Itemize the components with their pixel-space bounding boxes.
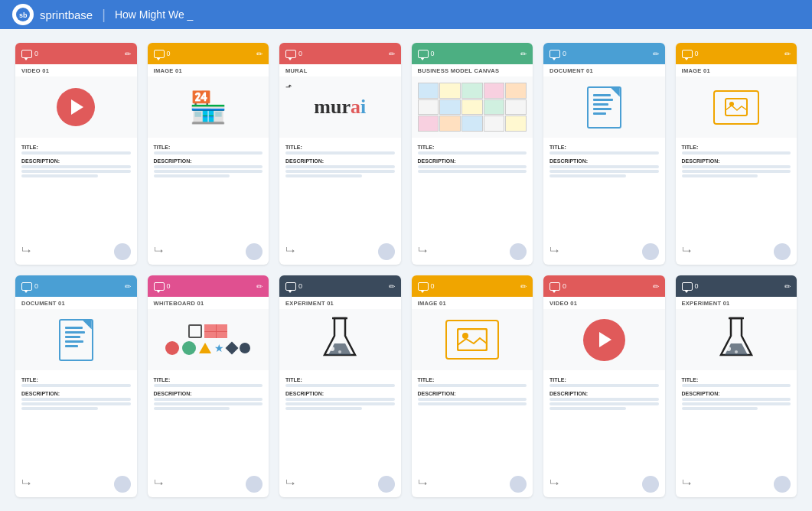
- share-icon[interactable]: ⮡: [21, 479, 31, 490]
- avatar: [510, 243, 527, 260]
- card-body: TITLE: DESCRIPTION:: [279, 370, 401, 473]
- title-label: TITLE:: [682, 145, 791, 150]
- comment-area[interactable]: 0: [285, 282, 302, 291]
- bmc-cell: [484, 99, 505, 116]
- play-button[interactable]: [583, 319, 625, 361]
- document-icon: [59, 319, 93, 361]
- edit-icon[interactable]: ✏: [256, 50, 263, 58]
- comment-bubble-icon: [285, 282, 296, 291]
- card-footer: ⮡: [676, 473, 797, 497]
- share-icon[interactable]: ⮡: [21, 246, 31, 257]
- desc-label: DESCRIPTION:: [21, 158, 131, 164]
- comment-bubble-icon: [21, 282, 32, 291]
- comment-area[interactable]: 0: [154, 50, 171, 58]
- edit-icon[interactable]: ✏: [784, 50, 791, 58]
- wb-bottom-shapes: ★: [165, 341, 250, 355]
- comment-count: 0: [167, 282, 171, 290]
- title-field: [418, 151, 527, 155]
- desc-field-3: [549, 174, 626, 177]
- svg-point-10: [735, 350, 738, 353]
- edit-icon[interactable]: ✏: [256, 282, 263, 291]
- comment-area[interactable]: 0: [285, 50, 302, 58]
- edit-icon[interactable]: ✏: [389, 282, 395, 291]
- avatar: [114, 243, 131, 260]
- card-label: EXPERIMENT 01: [676, 297, 797, 309]
- comment-area[interactable]: 0: [682, 50, 699, 58]
- desc-field-2: [21, 170, 131, 173]
- card-header: 0 ✏: [676, 275, 797, 297]
- card-body: TITLE: DESCRIPTION:: [676, 138, 797, 240]
- card-label: IMAGE 01: [412, 297, 533, 309]
- title-label: TITLE:: [549, 377, 659, 382]
- edit-icon[interactable]: ✏: [653, 282, 659, 291]
- title-field: [418, 384, 527, 387]
- title-field: [549, 151, 659, 155]
- wb-top-shapes: [188, 324, 227, 338]
- wb-triangle-icon: [199, 343, 211, 353]
- comment-area[interactable]: 0: [21, 50, 38, 58]
- desc-field-1: [418, 165, 527, 168]
- share-icon[interactable]: ⮡: [549, 479, 559, 490]
- desc-label: DESCRIPTION:: [285, 391, 395, 396]
- comment-area[interactable]: 0: [154, 282, 171, 291]
- desc-field-2: [418, 402, 527, 405]
- share-icon[interactable]: ⮡: [285, 479, 295, 490]
- desc-field-3: [21, 407, 98, 410]
- comment-area[interactable]: 0: [418, 282, 435, 291]
- desc-field-3: [682, 407, 758, 410]
- share-icon[interactable]: ⮡: [154, 246, 163, 257]
- desc-field-1: [549, 398, 659, 401]
- desc-field-2: [21, 402, 131, 405]
- title-field: [21, 384, 131, 387]
- share-icon[interactable]: ⮡: [549, 246, 559, 257]
- wb-circle-red-icon: [165, 341, 179, 355]
- comment-area[interactable]: 0: [682, 282, 699, 291]
- comment-area[interactable]: 0: [418, 50, 435, 58]
- comment-bubble-icon: [285, 50, 296, 58]
- edit-icon[interactable]: ✏: [784, 282, 791, 291]
- card-footer: ⮡: [412, 240, 533, 265]
- comment-count: 0: [298, 282, 302, 290]
- play-button[interactable]: [57, 88, 95, 126]
- edit-icon[interactable]: ✏: [653, 50, 659, 58]
- card-image-area: [412, 309, 533, 370]
- wb-circle-green-icon: [182, 341, 196, 355]
- avatar: [378, 243, 395, 260]
- comment-area[interactable]: 0: [21, 282, 38, 291]
- share-icon[interactable]: ⮡: [154, 479, 163, 490]
- wb-grid-icon: [204, 324, 227, 338]
- share-icon[interactable]: ⮡: [682, 246, 691, 257]
- avatar: [246, 476, 263, 493]
- desc-label: DESCRIPTION:: [21, 391, 131, 396]
- share-icon[interactable]: ⮡: [285, 246, 295, 257]
- desc-field-2: [549, 170, 659, 173]
- wb-diamond-icon: [226, 342, 239, 355]
- shop-image-icon: 🏪: [189, 90, 227, 125]
- desc-field-1: [154, 165, 263, 168]
- comment-area[interactable]: 0: [549, 282, 566, 291]
- edit-icon[interactable]: ✏: [520, 50, 527, 58]
- card-body: TITLE: DESCRIPTION:: [148, 138, 269, 240]
- edit-icon[interactable]: ✏: [389, 50, 395, 58]
- edit-icon[interactable]: ✏: [125, 282, 131, 291]
- card-header: 0 ✏: [15, 275, 137, 297]
- card-body: TITLE: DESCRIPTION:: [15, 370, 137, 473]
- svg-text:sb: sb: [19, 11, 28, 19]
- comment-count: 0: [431, 282, 435, 290]
- comment-count: 0: [298, 50, 302, 57]
- desc-field-2: [154, 402, 263, 405]
- title-field: [154, 151, 263, 155]
- share-icon[interactable]: ⮡: [418, 479, 427, 490]
- comment-bubble-icon: [549, 50, 560, 58]
- bmc-cell: [461, 99, 483, 116]
- edit-icon[interactable]: ✏: [125, 50, 131, 58]
- avatar: [642, 243, 659, 260]
- title-field: [285, 151, 395, 155]
- share-icon[interactable]: ⮡: [418, 246, 427, 257]
- wb-circle-dark-icon: [240, 343, 250, 353]
- edit-icon[interactable]: ✏: [520, 282, 527, 291]
- card-image-area: 🏪: [148, 76, 269, 138]
- desc-field-1: [549, 165, 659, 168]
- share-icon[interactable]: ⮡: [682, 479, 691, 490]
- comment-area[interactable]: 0: [549, 50, 566, 58]
